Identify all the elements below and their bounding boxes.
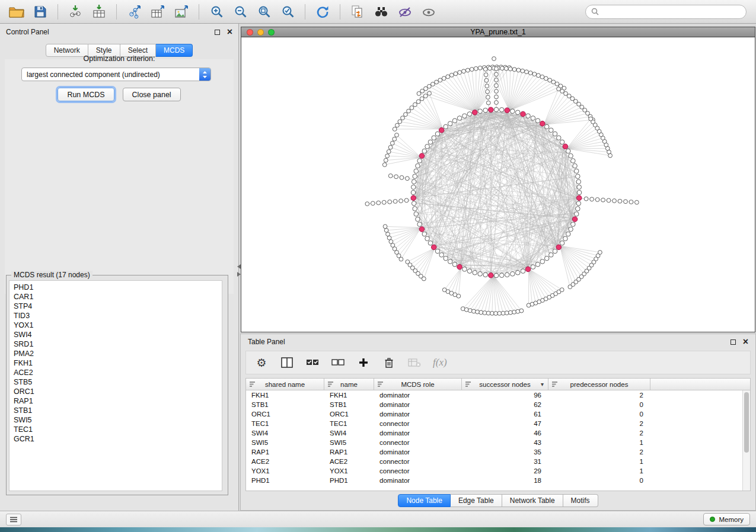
network-hub-node[interactable] — [419, 227, 425, 232]
network-search-box[interactable] — [585, 5, 747, 19]
network-node[interactable] — [486, 101, 490, 105]
network-node[interactable] — [494, 273, 499, 278]
network-node[interactable] — [560, 140, 564, 145]
network-node[interactable] — [476, 310, 480, 314]
network-node[interactable] — [416, 164, 420, 168]
network-node[interactable] — [576, 201, 581, 206]
network-node[interactable] — [393, 200, 397, 204]
network-node[interactable] — [571, 222, 576, 227]
table-cell[interactable]: 61 — [462, 411, 548, 418]
network-node[interactable] — [569, 153, 573, 158]
network-node[interactable] — [478, 109, 483, 114]
column-header-successor-nodes[interactable]: successor nodes▾ — [462, 379, 548, 390]
network-node[interactable] — [544, 124, 549, 129]
network-node[interactable] — [383, 225, 387, 229]
hide-graphics-details-button[interactable] — [394, 3, 416, 21]
tab-edge-table[interactable]: Edge Table — [451, 494, 502, 507]
network-node[interactable] — [564, 91, 568, 95]
network-node[interactable] — [495, 89, 499, 94]
network-node[interactable] — [478, 66, 482, 70]
network-node[interactable] — [473, 270, 477, 275]
table-cell[interactable]: PHD1 — [324, 477, 374, 484]
network-node[interactable] — [452, 118, 457, 123]
search-network-button[interactable] — [371, 3, 392, 21]
mcds-result-item[interactable]: GCR1 — [14, 434, 222, 444]
table-cell[interactable]: YOX1 — [324, 467, 374, 475]
scrollbar-thumb[interactable] — [744, 392, 749, 453]
network-node[interactable] — [495, 78, 499, 82]
table-row[interactable]: ACE2ACE2connector311 — [246, 457, 742, 466]
network-node[interactable] — [390, 141, 394, 145]
table-cell[interactable]: 0 — [548, 411, 650, 418]
mcds-result-item[interactable]: SWI4 — [14, 330, 222, 339]
network-node[interactable] — [500, 66, 504, 70]
zoom-selected-button[interactable] — [277, 3, 298, 21]
network-node[interactable] — [569, 227, 573, 232]
table-cell[interactable]: dominator — [374, 401, 462, 408]
table-cell[interactable]: 62 — [462, 401, 548, 408]
column-header-name[interactable]: name — [324, 379, 374, 390]
network-hub-node[interactable] — [419, 153, 425, 159]
network-node[interactable] — [417, 159, 422, 164]
mcds-result-item[interactable]: CAR1 — [14, 292, 222, 302]
network-node[interactable] — [516, 68, 521, 72]
table-row[interactable]: YOX1YOX1connector291 — [246, 466, 742, 476]
tab-motifs[interactable]: Motifs — [563, 494, 598, 507]
network-node[interactable] — [566, 232, 570, 236]
network-node[interactable] — [560, 89, 564, 94]
mcds-result-list[interactable]: PHD1CAR1STP4TID3YOX1SWI4SRD1PMA2FKH1ACE2… — [9, 280, 222, 491]
network-node[interactable] — [553, 249, 557, 254]
network-node[interactable] — [395, 123, 399, 127]
table-cell[interactable]: 2 — [548, 448, 650, 456]
network-node[interactable] — [494, 312, 498, 316]
network-node[interactable] — [573, 164, 578, 168]
network-hub-node[interactable] — [411, 196, 416, 201]
network-node[interactable] — [532, 72, 537, 76]
network-node[interactable] — [548, 78, 552, 82]
network-node[interactable] — [492, 57, 496, 61]
network-node[interactable] — [404, 198, 409, 203]
network-hub-node[interactable] — [457, 264, 462, 270]
network-node[interactable] — [420, 97, 424, 101]
table-cell[interactable]: dominator — [374, 477, 462, 484]
network-node[interactable] — [422, 277, 426, 281]
table-cell[interactable]: 1 — [548, 458, 650, 465]
network-node[interactable] — [505, 273, 509, 277]
table-row[interactable]: RAP1RAP1dominator352 — [246, 447, 742, 457]
network-node[interactable] — [574, 169, 579, 174]
network-node[interactable] — [504, 66, 508, 70]
network-node[interactable] — [388, 145, 393, 149]
mcds-result-item[interactable]: TID3 — [14, 311, 222, 321]
network-node[interactable] — [416, 100, 420, 104]
table-cell[interactable]: 1 — [548, 439, 650, 446]
network-node[interactable] — [589, 117, 593, 121]
zoom-fit-button[interactable] — [253, 3, 275, 21]
table-row[interactable]: SWI4SWI4dominator462 — [246, 428, 742, 438]
table-cell[interactable]: connector — [374, 439, 462, 446]
network-node[interactable] — [386, 232, 390, 236]
delete-column-trash-icon[interactable] — [382, 355, 396, 370]
network-node[interactable] — [452, 262, 457, 267]
network-node[interactable] — [598, 251, 602, 255]
network-node[interactable] — [574, 211, 579, 216]
network-node[interactable] — [577, 190, 582, 195]
close-panel-button[interactable]: Close panel — [123, 88, 181, 101]
network-hub-node[interactable] — [472, 110, 477, 115]
network-node[interactable] — [576, 207, 580, 211]
network-node[interactable] — [590, 197, 594, 201]
network-node[interactable] — [382, 163, 387, 167]
table-cell[interactable]: TEC1 — [324, 420, 374, 427]
deselect-all-columns-icon[interactable] — [331, 355, 345, 370]
float-panel-icon[interactable] — [731, 339, 736, 345]
network-node[interactable] — [458, 70, 462, 75]
network-node[interactable] — [412, 180, 416, 184]
network-hub-node[interactable] — [563, 144, 568, 149]
table-cell[interactable]: SWI4 — [246, 430, 324, 437]
network-node[interactable] — [417, 92, 421, 96]
table-cell[interactable]: 46 — [462, 430, 548, 437]
network-node[interactable] — [462, 114, 467, 118]
network-node[interactable] — [560, 241, 564, 245]
network-node[interactable] — [457, 116, 462, 121]
table-cell[interactable]: PHD1 — [246, 477, 324, 484]
network-node[interactable] — [393, 137, 397, 141]
